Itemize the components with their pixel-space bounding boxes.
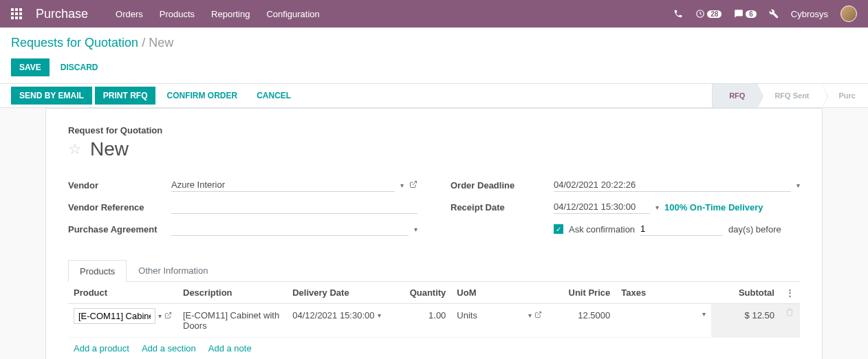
table-row[interactable]: ▾ [E-COM11] Cabinet with Doors 04/12/202… (68, 304, 800, 338)
breadcrumb: Requests for Quotation / New (11, 36, 857, 50)
add-section-link[interactable]: Add a section (142, 343, 196, 353)
label-deadline: Order Deadline (451, 180, 554, 191)
add-product-link[interactable]: Add a product (74, 343, 129, 353)
apps-icon[interactable] (11, 8, 22, 19)
phone-icon[interactable] (673, 9, 683, 19)
svg-line-3 (537, 312, 541, 315)
discard-button[interactable]: Discard (61, 63, 98, 72)
row-uom[interactable]: Units (457, 310, 525, 320)
row-delivery[interactable]: 04/12/2021 15:30:00 (292, 310, 374, 320)
row-product-field[interactable] (74, 308, 155, 324)
row-quantity[interactable]: 1.00 (402, 308, 446, 323)
row-subtotal: $ 12.50 (717, 308, 774, 323)
col-unit-price: Unit Price (547, 282, 616, 304)
row-description[interactable]: [E-COM11] Cabinet with Doors (183, 308, 281, 333)
ask-confirmation-checkbox[interactable]: ✓ (554, 224, 563, 234)
chevron-down-icon[interactable]: ▾ (796, 182, 800, 189)
tab-other[interactable]: Other Information (127, 259, 219, 281)
activity-icon[interactable]: 28 (695, 9, 721, 19)
cancel-button[interactable]: Cancel (248, 87, 299, 105)
nav-reporting[interactable]: Reporting (211, 9, 250, 19)
purchase-agreement-field[interactable] (171, 222, 409, 236)
breadcrumb-current: New (149, 36, 173, 50)
col-uom: UoM (451, 282, 547, 304)
trash-icon[interactable] (785, 308, 794, 318)
col-subtotal: Subtotal (711, 282, 780, 304)
label-vendor: Vendor (68, 180, 171, 191)
chevron-down-icon[interactable]: ▾ (400, 182, 404, 189)
label-ask-confirmation: Ask confirmation (569, 224, 635, 235)
receipt-field[interactable] (554, 200, 650, 214)
vendor-field[interactable] (171, 178, 395, 192)
chevron-down-icon[interactable]: ▾ (655, 204, 659, 211)
external-link-icon[interactable] (409, 180, 417, 191)
svg-line-2 (168, 312, 171, 316)
status-step-po[interactable]: Purc (822, 84, 868, 107)
col-product: Product (68, 282, 177, 304)
settings-icon[interactable] (769, 9, 779, 19)
chevron-down-icon[interactable]: ▾ (414, 226, 417, 233)
svg-line-1 (413, 181, 417, 185)
col-taxes: Taxes (616, 282, 711, 304)
add-note-link[interactable]: Add a note (208, 343, 252, 353)
status-step-rfq[interactable]: RFQ (712, 84, 757, 107)
username[interactable]: Cybrosys (791, 9, 828, 19)
form-subtitle: Request for Quotation (68, 125, 800, 135)
ontime-link[interactable]: 100% On-Time Delivery (664, 202, 763, 213)
label-days-before: day(s) before (728, 224, 781, 235)
label-vendor-ref: Vendor Reference (68, 202, 171, 213)
avatar[interactable] (840, 6, 857, 22)
external-link-icon[interactable] (164, 312, 172, 321)
label-receipt: Receipt Date (451, 202, 554, 213)
chevron-down-icon[interactable]: ▾ (378, 312, 381, 319)
col-description: Description (177, 282, 287, 304)
confirmation-days-field[interactable] (640, 222, 723, 236)
chevron-down-icon[interactable]: ▾ (158, 312, 162, 320)
vendor-ref-field[interactable] (171, 200, 417, 214)
breadcrumb-parent[interactable]: Requests for Quotation (11, 36, 138, 50)
external-link-icon[interactable] (534, 311, 542, 320)
nav-orders[interactable]: Orders (116, 9, 143, 19)
col-quantity: Quantity (396, 282, 451, 304)
page-title: New (90, 138, 129, 160)
save-button[interactable]: Save (11, 58, 50, 76)
nav-products[interactable]: Products (160, 9, 195, 19)
priority-star-icon[interactable]: ☆ (68, 140, 82, 158)
print-rfq-button[interactable]: Print RFQ (95, 87, 156, 105)
chevron-down-icon[interactable]: ▾ (528, 312, 532, 319)
send-email-button[interactable]: Send by Email (11, 87, 92, 105)
kebab-icon[interactable]: ⋮ (785, 287, 794, 298)
deadline-field[interactable] (554, 178, 791, 192)
status-step-sent[interactable]: RFQ Sent (757, 84, 821, 107)
col-delivery: Delivery Date (287, 282, 396, 304)
tab-products[interactable]: Products (68, 260, 127, 282)
label-purchase-agreement: Purchase Agreement (68, 224, 171, 235)
activity-badge: 28 (707, 10, 721, 18)
chevron-down-icon[interactable]: ▾ (702, 310, 706, 318)
messages-icon[interactable]: 6 (734, 9, 757, 19)
app-title[interactable]: Purchase (36, 7, 88, 21)
confirm-order-button[interactable]: Confirm Order (158, 87, 246, 105)
nav-configuration[interactable]: Configuration (266, 9, 319, 19)
row-unit-price[interactable]: 12.5000 (553, 308, 611, 323)
messages-badge: 6 (746, 10, 757, 18)
